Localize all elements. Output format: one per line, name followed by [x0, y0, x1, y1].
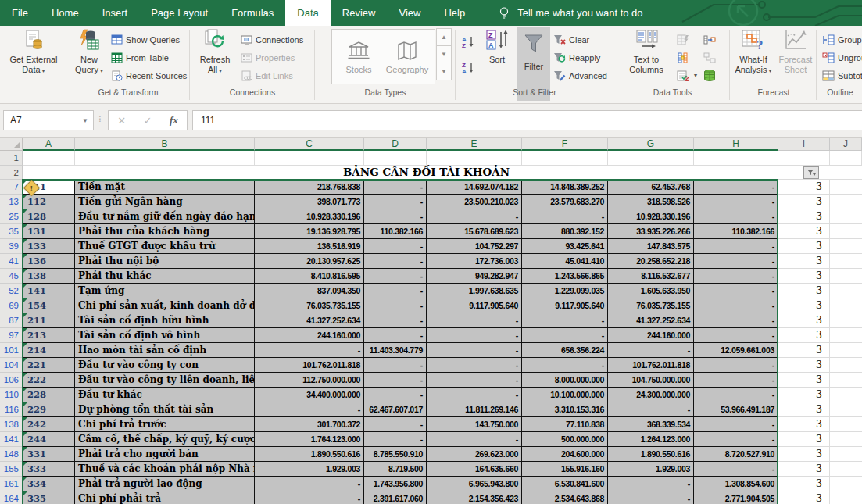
data-validation-button[interactable]: ▾ [677, 67, 697, 84]
cell-value-g[interactable]: 1.605.633.950 [608, 284, 694, 298]
cell-value-f[interactable]: - [522, 313, 608, 328]
cell-value-g[interactable]: 1.264.123.000 [608, 432, 694, 447]
cell-account-name[interactable]: Phải trả cho người bán [75, 447, 255, 462]
cell-value-e[interactable]: 15.678.689.623 [427, 224, 522, 239]
cell-value-c[interactable]: 218.768.838 [255, 180, 364, 195]
cell-account-name[interactable]: Đầu tư nắm giữ đến ngày đáo hạn [75, 209, 255, 224]
gallery-scroll-up[interactable]: ▲ [436, 28, 452, 46]
cell-account-code[interactable]: 211 [23, 313, 75, 328]
cell-value-e[interactable]: - [427, 343, 522, 358]
cell-value-d[interactable]: - [364, 284, 427, 298]
cell-value-d[interactable]: - [364, 432, 427, 447]
cell-value-d[interactable]: 110.382.166 [364, 224, 427, 239]
cell-value-f[interactable]: 9.117.905.640 [522, 298, 608, 313]
cell-value-g[interactable]: 318.598.526 [608, 195, 694, 209]
cell-value-i[interactable]: 3 [778, 432, 830, 447]
cell-account-code[interactable]: 334 [23, 477, 75, 491]
cell-value-f[interactable]: 93.425.641 [522, 239, 608, 254]
cell-value-g[interactable]: 101.762.011.818 [608, 358, 694, 373]
cell-value-f[interactable]: 6.530.841.600 [522, 477, 608, 491]
cell-empty[interactable] [830, 239, 862, 254]
cell-empty[interactable] [75, 151, 255, 166]
cell-empty[interactable] [694, 151, 778, 166]
autofilter-dropdown-button[interactable] [803, 166, 819, 179]
insert-function-icon[interactable]: fx [170, 114, 178, 127]
tab-home[interactable]: Home [40, 0, 91, 26]
cell-account-code[interactable]: 222 [23, 373, 75, 388]
cell-value-c[interactable]: 19.136.928.795 [255, 224, 364, 239]
sort-descending-button[interactable]: ZA [461, 59, 478, 75]
cell-value-i[interactable]: 3 [778, 239, 830, 254]
cell-value-f[interactable]: 500.000.000 [522, 432, 608, 447]
column-header-b[interactable]: B [75, 138, 255, 151]
cell-value-h[interactable]: - [694, 328, 778, 343]
cell-empty[interactable] [608, 151, 694, 166]
cell-account-name[interactable]: Hao mòn tài sản cố định [75, 343, 255, 358]
cell-account-name[interactable]: Tài sản cố định hữu hình [75, 313, 255, 328]
connections-button[interactable]: Connections [241, 31, 303, 48]
cell-empty[interactable] [364, 151, 427, 166]
cell-account-code[interactable]: 244 [23, 432, 75, 447]
new-query-button[interactable]: New Query▾ [69, 28, 109, 87]
column-header-j[interactable]: J [830, 138, 862, 151]
cell-value-h[interactable]: - [694, 373, 778, 388]
geography-button[interactable]: Geography [384, 33, 431, 81]
cell-value-c[interactable]: - [255, 477, 364, 491]
cell-value-e[interactable]: 949.282.947 [427, 269, 522, 284]
cell-empty[interactable] [830, 373, 862, 388]
cell-value-i[interactable]: 3 [778, 328, 830, 343]
cell-value-i[interactable]: 3 [778, 388, 830, 402]
cell-account-name[interactable]: Chi phí phải trả [75, 491, 255, 504]
cell-value-g[interactable]: - [608, 477, 694, 491]
row-number[interactable]: 141 [0, 432, 23, 447]
reapply-filter-button[interactable]: Reapply [553, 49, 600, 66]
row-number[interactable]: 52 [0, 284, 23, 298]
cell-account-name[interactable]: Đầu tư khác [75, 388, 255, 402]
cell-account-code[interactable]: 133 [23, 239, 75, 254]
cell-value-d[interactable]: 8.785.550.910 [364, 447, 427, 462]
cell-value-g[interactable]: 368.339.534 [608, 417, 694, 432]
show-queries-button[interactable]: Show Queries [111, 31, 180, 48]
cell-value-h[interactable]: - [694, 388, 778, 402]
row-number[interactable]: 110 [0, 388, 23, 402]
cell-value-h[interactable]: - [694, 417, 778, 432]
cell-empty[interactable] [830, 477, 862, 491]
cell-account-code[interactable]: 214 [23, 343, 75, 358]
cell-account-name[interactable]: Phải trả người lao động [75, 477, 255, 491]
cell-value-g[interactable]: 24.300.000.000 [608, 388, 694, 402]
cell-value-d[interactable]: 11.403.304.779 [364, 343, 427, 358]
cell-value-g[interactable]: 8.116.532.677 [608, 269, 694, 284]
enter-icon[interactable]: ✓ [144, 115, 152, 127]
cell-value-d[interactable]: - [364, 313, 427, 328]
cell-value-i[interactable]: 3 [778, 313, 830, 328]
cell-value-g[interactable]: - [608, 343, 694, 358]
cell-value-i[interactable]: 3 [778, 343, 830, 358]
cell-account-name[interactable]: Tiền gửi Ngân hàng [75, 195, 255, 209]
cell-account-name[interactable]: Chi phí trả trước [75, 417, 255, 432]
cell-value-d[interactable]: - [364, 328, 427, 343]
cell-value-c[interactable]: 244.160.000 [255, 328, 364, 343]
stocks-button[interactable]: Stocks [335, 33, 382, 81]
flash-fill-button[interactable] [677, 31, 692, 48]
cell-value-i[interactable]: 3 [778, 417, 830, 432]
column-header-h[interactable]: H [694, 138, 778, 151]
cell-empty[interactable] [830, 209, 862, 224]
select-all-corner[interactable] [0, 138, 23, 151]
cell-account-code[interactable]: 333 [23, 462, 75, 477]
row-number[interactable]: 155 [0, 462, 23, 477]
cell-value-f[interactable]: - [522, 209, 608, 224]
cell-value-d[interactable]: - [364, 180, 427, 195]
cell-empty[interactable] [830, 343, 862, 358]
cell-value-i[interactable]: 3 [778, 373, 830, 388]
cell-account-code[interactable]: 335 [23, 491, 75, 504]
cell-value-f[interactable]: 77.110.838 [522, 417, 608, 432]
row-number[interactable]: 148 [0, 447, 23, 462]
cell-empty[interactable] [830, 269, 862, 284]
cell-empty[interactable] [830, 254, 862, 269]
cell-value-i[interactable]: 3 [778, 358, 830, 373]
sheet-title-cell[interactable]: BẢNG CÂN ĐỐI TÀI KHOẢN [23, 166, 830, 180]
cell-value-c[interactable]: 398.071.773 [255, 195, 364, 209]
column-header-i[interactable]: I [778, 138, 830, 151]
cell-value-e[interactable]: - [427, 432, 522, 447]
cell-value-g[interactable]: 1.929.003 [608, 462, 694, 477]
